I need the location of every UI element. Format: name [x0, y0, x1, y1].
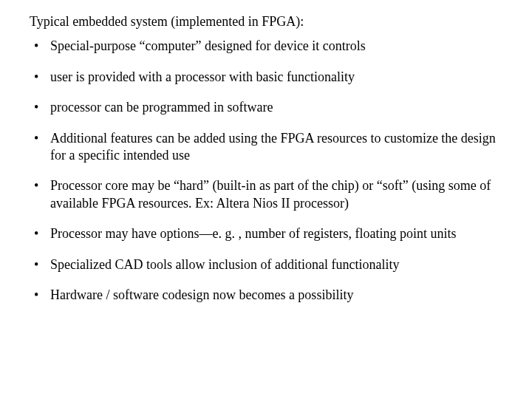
list-item: Processor core may be “hard” (built-in a…	[30, 177, 502, 212]
list-item: Special-purpose “computer” designed for …	[30, 38, 502, 55]
list-item: processor can be programmed in software	[30, 99, 502, 116]
list-item: Additional features can be added using t…	[30, 130, 502, 165]
list-item: Processor may have options—e. g. , numbe…	[30, 225, 502, 242]
slide: Typical embedded system (implemented in …	[0, 0, 532, 304]
list-item: Specialized CAD tools allow inclusion of…	[30, 256, 502, 273]
slide-title: Typical embedded system (implemented in …	[30, 13, 502, 30]
list-item: user is provided with a processor with b…	[30, 69, 502, 86]
list-item: Hardware / software codesign now becomes…	[30, 287, 502, 304]
bullet-list: Special-purpose “computer” designed for …	[30, 38, 502, 304]
